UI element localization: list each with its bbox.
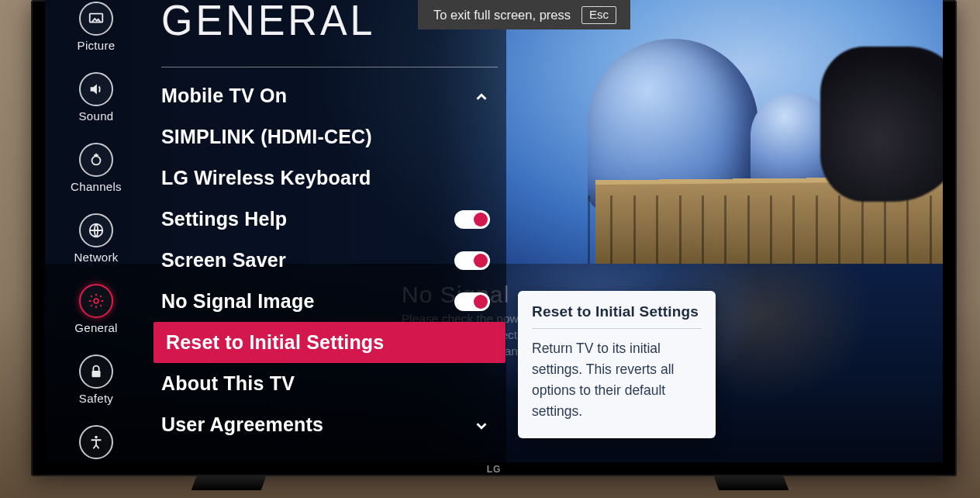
option-about-this-tv[interactable]: About This TV	[154, 363, 506, 404]
option-label: Mobile TV On	[161, 85, 287, 107]
option-mobile-tv-on[interactable]: Mobile TV On	[154, 75, 506, 116]
picture-icon	[79, 2, 113, 36]
rail-label: Safety	[79, 392, 113, 405]
fullscreen-exit-banner: To exit full screen, press Esc	[418, 0, 630, 29]
option-no-signal-image[interactable]: No Signal Image	[154, 281, 506, 322]
accessibility-icon	[79, 425, 113, 459]
option-user-agreements[interactable]: User Agreements	[154, 404, 506, 445]
option-simplink[interactable]: SIMPLINK (HDMI-CEC)	[154, 116, 506, 157]
option-reset-initial-settings[interactable]: Reset to Initial Settings	[154, 322, 506, 363]
rail-item-general[interactable]: General	[74, 284, 117, 334]
rail-label: General	[74, 321, 117, 334]
svg-rect-4	[91, 371, 100, 377]
brand-logo: LG	[487, 464, 502, 475]
rail-item-channels[interactable]: Channels	[71, 143, 122, 193]
option-label: SIMPLINK (HDMI-CEC)	[161, 126, 372, 148]
rail-item-safety[interactable]: Safety	[79, 354, 113, 405]
rail-item-picture[interactable]: Picture	[78, 2, 116, 52]
divider	[532, 328, 702, 329]
toggle-switch[interactable]	[454, 251, 490, 270]
tv-screen: No Signal Please check the power of the …	[45, 0, 943, 462]
option-label: LG Wireless Keyboard	[161, 167, 371, 189]
svg-point-1	[92, 156, 101, 164]
rail-label: Channels	[71, 180, 122, 193]
help-tooltip: Reset to Initial Settings Return TV to i…	[518, 291, 716, 438]
channels-icon	[79, 143, 113, 177]
option-label: User Agreements	[161, 413, 323, 436]
settings-list: GENERAL Mobile TV On SIMPLINK (HDMI-CEC)…	[154, 0, 506, 445]
lock-icon	[79, 354, 113, 389]
tooltip-body: Return TV to its initial settings. This …	[532, 338, 702, 423]
fullscreen-hint-text: To exit full screen, press	[433, 8, 571, 22]
rail-label: Network	[74, 251, 118, 264]
svg-point-5	[95, 436, 98, 439]
option-settings-help[interactable]: Settings Help	[154, 199, 506, 240]
gear-icon	[79, 284, 113, 318]
chevron-up-icon	[473, 88, 490, 105]
rail-label: Sound	[79, 109, 114, 123]
toggle-switch[interactable]	[454, 292, 490, 311]
rail-item-network[interactable]: Network	[74, 213, 118, 264]
rail-label: Picture	[78, 39, 116, 52]
chevron-down-icon	[473, 417, 490, 434]
option-label: Settings Help	[161, 208, 287, 230]
option-label: Screen Saver	[161, 249, 286, 271]
option-label: No Signal Image	[161, 290, 314, 313]
network-icon	[79, 213, 113, 247]
rail-item-accessibility[interactable]: Accessibility	[63, 425, 129, 462]
tooltip-title: Reset to Initial Settings	[532, 303, 702, 320]
tv-bezel: No Signal Please check the power of the …	[31, 0, 957, 476]
option-label: About This TV	[161, 372, 295, 395]
divider	[161, 67, 498, 67]
rail-item-sound[interactable]: Sound	[79, 72, 114, 123]
toggle-switch[interactable]	[454, 210, 490, 229]
option-screen-saver[interactable]: Screen Saver	[154, 240, 506, 281]
esc-keycap: Esc	[581, 6, 616, 24]
settings-category-rail: Picture Sound Channels Network General	[54, 0, 138, 462]
option-wireless-keyboard[interactable]: LG Wireless Keyboard	[154, 157, 506, 199]
option-label: Reset to Initial Settings	[166, 331, 384, 354]
sound-icon	[79, 72, 113, 106]
svg-point-3	[94, 299, 98, 303]
